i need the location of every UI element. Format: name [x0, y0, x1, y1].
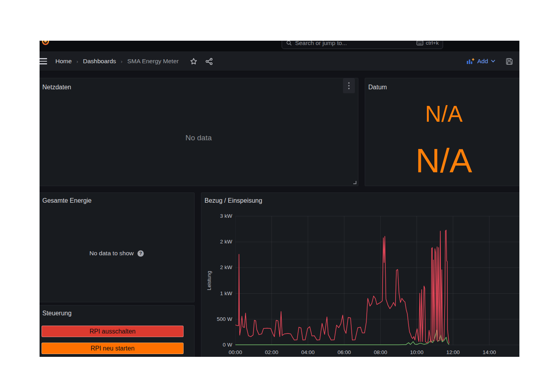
x-tick-label: 14:00 [483, 349, 496, 356]
x-tick-label: 16:00 [519, 349, 519, 356]
breadcrumb-dashboards[interactable]: Dashboards [83, 58, 116, 65]
x-tick-label: 00:00 [229, 349, 242, 356]
no-data-to-show-message: No data to show [89, 250, 134, 257]
x-tick-label: 12:00 [446, 349, 460, 356]
add-chart-icon [466, 58, 474, 65]
x-tick-label: 02:00 [265, 349, 278, 356]
share-icon [205, 58, 213, 65]
share-button[interactable] [205, 58, 213, 65]
panel-title-gesamte-energie: Gesamte Energie [40, 193, 194, 205]
rpi-shutdown-button[interactable]: RPI ausschalten [42, 326, 184, 337]
panel-resize-handle[interactable] [352, 180, 357, 185]
page-background: Search or jump to... ctrl+k Home › Da [0, 0, 555, 392]
save-dashboard-button[interactable] [506, 58, 513, 65]
y-tick-label: 0 W [201, 342, 232, 348]
x-tick-label: 10:00 [410, 349, 424, 356]
x-tick-label: 04:00 [301, 349, 314, 356]
help-question-icon[interactable]: ? [137, 250, 144, 257]
breadcrumb: Home › Dashboards › SMA Energy Meter [55, 51, 213, 71]
menu-toggle-icon[interactable] [40, 58, 47, 64]
panel-steuerung: Steuerung RPI ausschalten RPI neu starte… [40, 305, 195, 357]
chevron-down-icon [491, 60, 495, 63]
breadcrumb-separator: › [76, 58, 78, 64]
panel-bezug-einspeisung: Bezug / Einspeisung Leistung 0 W500 W1 k… [201, 192, 519, 357]
y-tick-label: 2 kW [201, 264, 232, 271]
keyboard-icon [417, 41, 423, 45]
search-input[interactable]: Search or jump to... ctrl+k [282, 41, 443, 49]
save-icon [506, 58, 513, 65]
search-icon [286, 41, 292, 46]
breadcrumb-separator: › [121, 58, 122, 64]
x-tick-label: 08:00 [374, 349, 387, 356]
rpi-restart-button[interactable]: RPI neu starten [42, 343, 184, 354]
add-button-label: Add [477, 58, 488, 65]
add-panel-button[interactable]: Add [466, 58, 495, 65]
y-tick-label: 2 kW [201, 239, 232, 245]
chart-plot-area[interactable] [235, 215, 519, 347]
dashboard-toolbar: Home › Dashboards › SMA Energy Meter [40, 51, 519, 71]
breadcrumb-home[interactable]: Home [55, 58, 72, 65]
stat-value-datum-1: N/A [365, 103, 519, 125]
y-tick-label: 500 W [201, 316, 232, 322]
star-icon [190, 58, 197, 65]
dashboard-canvas: Netzdaten No data Datum N/A N/A Gesamt [40, 71, 519, 357]
time-series-chart: Leistung 0 W500 W1 kW2 kW2 kW3 kW 00:000… [201, 193, 519, 357]
y-tick-label: 3 kW [201, 213, 232, 219]
panel-title-datum: Datum [365, 78, 519, 91]
top-navbar: Search or jump to... ctrl+k [40, 41, 519, 51]
grafana-dashboard: Search or jump to... ctrl+k Home › Da [40, 41, 519, 357]
search-placeholder: Search or jump to... [295, 41, 413, 46]
panel-netzdaten: Netzdaten No data [40, 78, 358, 186]
panel-title-steuerung: Steuerung [40, 305, 194, 317]
no-data-message: No data [186, 134, 212, 142]
breadcrumb-current-dashboard: SMA Energy Meter [127, 58, 179, 65]
panel-gesamte-energie: Gesamte Energie No data to show ? [40, 192, 195, 302]
search-shortcut-badge: ctrl+k [417, 41, 439, 46]
grafana-logo-icon[interactable] [41, 41, 50, 47]
y-axis-title: Leistung [206, 257, 212, 304]
stat-value-datum-2: N/A [365, 143, 519, 177]
y-tick-label: 1 kW [201, 290, 232, 297]
panel-datum: Datum N/A N/A [365, 78, 519, 186]
favorite-star-button[interactable] [190, 58, 197, 65]
svg-text:?: ? [139, 251, 142, 256]
x-tick-label: 06:00 [337, 349, 351, 356]
search-shortcut-text: ctrl+k [426, 41, 439, 46]
panel-title-netzdaten: Netzdaten [40, 78, 358, 91]
